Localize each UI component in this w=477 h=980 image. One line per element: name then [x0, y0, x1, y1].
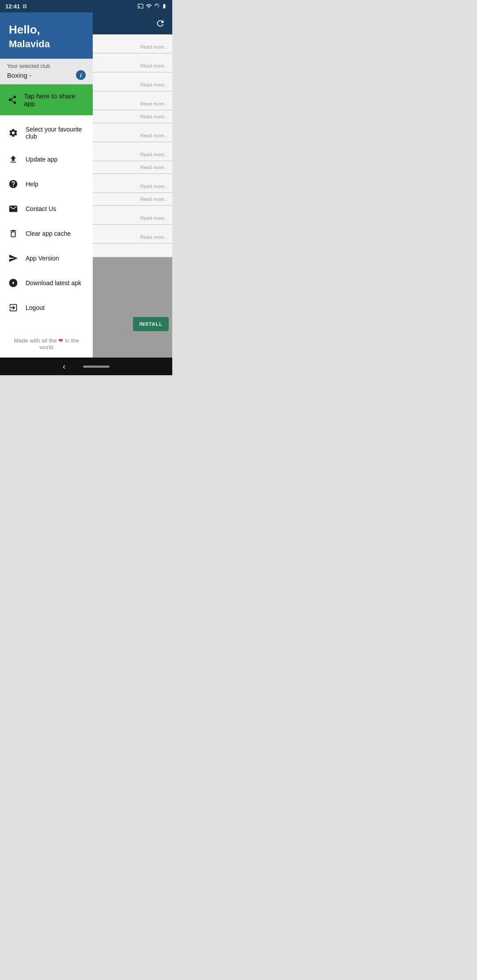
menu-item-download-apk[interactable]: Download latest apk	[0, 271, 93, 295]
install-button[interactable]: INSTALL	[133, 317, 169, 331]
time-display: 12:41	[5, 3, 20, 10]
share-app-button[interactable]: Tap here to share app	[0, 84, 93, 115]
menu-item-update-app[interactable]: Update app	[0, 147, 93, 172]
drawer-footer: Made with all the ❤ in the world	[0, 330, 93, 358]
footer-text-before: Made with all the	[14, 337, 58, 344]
nav-drawer: Hello, Malavida Your selected club Boxin…	[0, 12, 93, 358]
share-label: Tap here to share app	[24, 92, 86, 107]
menu-item-logout[interactable]: Logout	[0, 295, 93, 320]
clear-cache-label: Clear app cache	[26, 230, 71, 237]
wifi-icon	[146, 3, 152, 9]
menu-item-select-club[interactable]: Select your favourite club	[0, 119, 93, 147]
drawer-greeting: Hello,	[9, 23, 84, 37]
app-version-label: App Version	[26, 255, 59, 262]
menu-item-app-version[interactable]: App Version	[0, 246, 93, 271]
download-apk-label: Download latest apk	[26, 279, 81, 286]
home-pill[interactable]	[83, 366, 110, 368]
info-icon[interactable]: i	[76, 70, 86, 80]
menu-item-help[interactable]: Help	[0, 172, 93, 196]
download-icon	[8, 278, 19, 288]
logout-label: Logout	[26, 304, 45, 311]
drawer-username: Malavida	[9, 38, 84, 50]
contact-us-label: Contact Us	[26, 205, 56, 212]
cast-icon	[137, 3, 144, 9]
logout-icon	[8, 302, 19, 313]
heart-icon: ❤	[58, 337, 63, 344]
help-label: Help	[26, 181, 38, 188]
select-club-label: Select your favourite club	[26, 126, 85, 140]
battery-icon	[162, 3, 167, 9]
email-icon	[8, 204, 19, 214]
signal-icon	[154, 3, 159, 9]
club-selector[interactable]: Your selected club Boxing - i	[0, 59, 93, 84]
menu-items: Select your favourite club Update app He…	[0, 115, 93, 330]
notification-icon: ⊡	[23, 4, 26, 9]
share-icon	[7, 94, 18, 105]
update-app-label: Update app	[26, 156, 57, 163]
club-name: Boxing -	[7, 72, 31, 79]
help-icon	[8, 179, 19, 189]
back-button[interactable]: ‹	[63, 362, 65, 371]
trash-icon	[8, 228, 19, 239]
club-label: Your selected club	[7, 63, 86, 69]
send-icon	[8, 253, 19, 264]
refresh-icon[interactable]	[155, 19, 165, 28]
upload-icon	[8, 154, 19, 165]
status-bar: 12:41 ⊡	[0, 0, 172, 12]
nav-bar: ‹	[0, 358, 172, 375]
menu-item-clear-cache[interactable]: Clear app cache	[0, 221, 93, 246]
drawer-header: Hello, Malavida	[0, 12, 93, 59]
menu-item-contact-us[interactable]: Contact Us	[0, 196, 93, 221]
settings-icon	[8, 128, 19, 138]
